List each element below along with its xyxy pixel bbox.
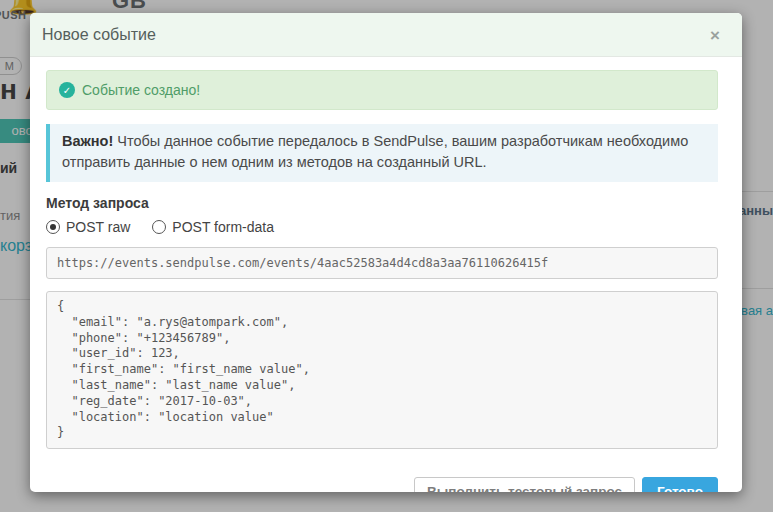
- radio-post-form-data[interactable]: POST form-data: [152, 219, 274, 235]
- request-method-options: POST raw POST form-data: [46, 219, 718, 235]
- request-body-example: { "email": "a.rys@atompark.com", "phone"…: [46, 291, 718, 449]
- important-note-text: Чтобы данное событие передалось в SendPu…: [62, 133, 688, 170]
- radio-post-form-data-label: POST form-data: [172, 219, 274, 235]
- radio-post-raw-label: POST raw: [66, 219, 130, 235]
- request-method-label: Метод запроса: [46, 195, 718, 211]
- success-alert-text: Событие создано!: [82, 82, 200, 98]
- check-circle-icon: ✓: [59, 82, 75, 98]
- close-icon[interactable]: ×: [704, 27, 726, 44]
- new-event-modal: Новое событие × ✓ Событие создано! Важно…: [30, 13, 742, 492]
- run-test-request-button[interactable]: Выполнить тестовый запрос: [414, 477, 635, 492]
- modal-body: ✓ Событие создано! Важно! Чтобы данное с…: [30, 57, 742, 492]
- radio-button-icon[interactable]: [152, 220, 166, 234]
- radio-post-raw[interactable]: POST raw: [46, 219, 130, 235]
- modal-title: Новое событие: [42, 26, 156, 44]
- modal-footer: Выполнить тестовый запрос Готово: [46, 477, 718, 492]
- important-note: Важно! Чтобы данное событие передалось в…: [46, 124, 718, 182]
- modal-header: Новое событие ×: [30, 13, 742, 57]
- done-button[interactable]: Готово: [642, 477, 718, 492]
- important-note-bold: Важно!: [62, 133, 113, 149]
- radio-button-icon[interactable]: [46, 220, 60, 234]
- success-alert: ✓ Событие создано!: [46, 70, 718, 110]
- event-url-field[interactable]: https://events.sendpulse.com/events/4aac…: [46, 247, 718, 279]
